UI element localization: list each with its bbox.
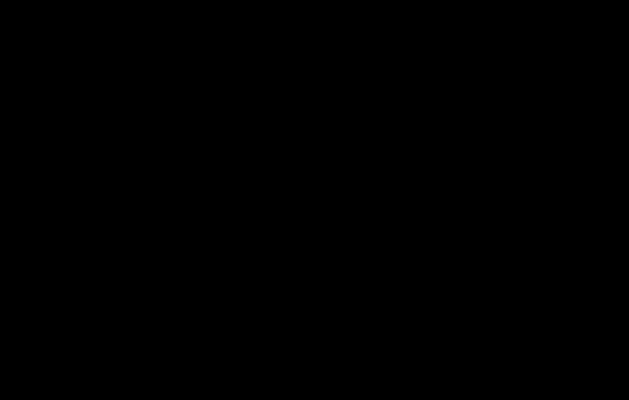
info-row-antenna — [178, 41, 311, 54]
info-row-receiver — [178, 28, 311, 41]
spectrogram-plot — [0, 0, 629, 400]
info-row-location — [178, 15, 311, 28]
station-info — [178, 2, 311, 54]
info-row-observer — [178, 2, 311, 15]
hrofft-screenshot: { "header": { "app_title": "HROFFT", "ve… — [0, 0, 629, 400]
